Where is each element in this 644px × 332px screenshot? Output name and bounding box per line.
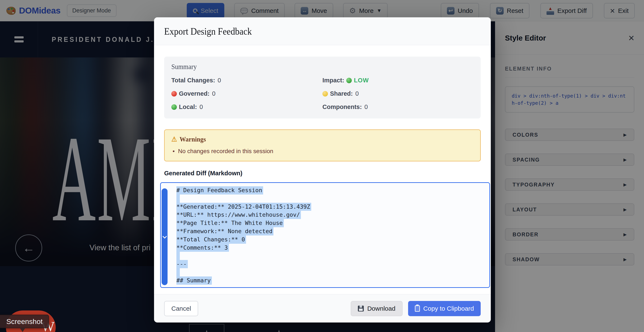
modal-footer: Cancel Download Copy to Clipboard [154,294,491,322]
diff-line: # Design Feedback Session [176,186,263,194]
modal-body: Summary Total Changes: 0 Impact: LOW Gov… [154,45,491,294]
summary-grid: Total Changes: 0 Impact: LOW Governed: 0 [171,77,474,110]
warning-item: • No changes recorded in this session [171,148,474,155]
diff-line: **Comments:** 3 [176,244,229,252]
diff-line [176,252,180,260]
stat-impact: Impact: LOW [322,77,474,84]
scrollbar-thumb[interactable] [162,188,168,285]
diff-line: ## Summary [176,276,212,285]
clipboard-icon [415,305,420,312]
download-label: Download [367,305,395,312]
stat-value: 0 [355,90,359,97]
green-circle-icon [171,104,177,110]
stat-label: Local: [179,104,197,110]
stat-label: Governed: [179,90,210,97]
download-button[interactable]: Download [351,301,402,316]
diff-line [176,268,180,276]
cancel-label: Cancel [171,305,191,312]
diff-label: Generated Diff (Markdown) [164,170,481,177]
diff-line: --- [176,260,188,268]
summary-card: Summary Total Changes: 0 Impact: LOW Gov… [164,57,481,119]
bullet-icon: • [172,148,175,155]
warnings-list: • No changes recorded in this session [171,148,474,155]
copy-to-clipboard-button[interactable]: Copy to Clipboard [408,301,481,316]
warnings-title-row: ⚠ Warnings [171,135,474,143]
impact-value: LOW [354,77,369,84]
diff-content: # Design Feedback Session**Generated:** … [176,186,489,285]
copy-label: Copy to Clipboard [423,305,474,312]
diff-line [176,194,180,203]
diff-line: **Generated:** 2025-12-04T01:15:13.439Z [176,203,311,211]
diff-textarea[interactable]: # Design Feedback Session**Generated:** … [160,182,490,288]
summary-title: Summary [171,63,474,71]
cancel-button[interactable]: Cancel [164,301,198,316]
yellow-circle-icon [322,91,328,97]
warning-triangle-icon: ⚠ [171,135,177,143]
stat-value: 0 [212,90,216,97]
diff-line: **URL:** https://www.whitehouse.gov/ [176,211,301,219]
stat-value: 0 [364,104,368,110]
warning-text: No changes recorded in this session [178,148,273,155]
diff-line: **Framework:** None detected [176,227,274,235]
stat-governed: Governed: 0 [171,90,322,97]
stat-label: Components: [322,104,362,110]
green-circle-icon [346,78,352,83]
export-feedback-modal: Export Design Feedback Summary Total Cha… [154,17,491,322]
stat-label: Impact: [322,77,344,84]
modal-header: Export Design Feedback [154,17,491,45]
red-circle-icon [171,91,177,97]
stat-total-changes: Total Changes: 0 [171,77,322,84]
stat-value: 0 [200,104,203,110]
stat-components: Components: 0 [322,104,474,110]
screen: DOMideas Designer Mode Select Comment ↔ … [0,0,644,332]
warnings-title: Warnings [180,135,206,143]
screenshot-tooltip-text: Screenshot [6,317,42,326]
warnings-card: ⚠ Warnings • No changes recorded in this… [164,129,481,161]
stat-value: 0 [218,77,221,84]
diff-line: **Page Title:** The White House [176,219,284,227]
stat-label: Total Changes: [171,77,215,84]
stat-local: Local: 0 [171,104,322,110]
stat-label: Shared: [330,90,353,97]
stat-shared: Shared: 0 [322,90,474,97]
diff-line: **Total Changes:** 0 [176,235,246,244]
floppy-disk-icon [358,305,364,311]
modal-title: Export Design Feedback [164,26,252,37]
screenshot-tooltip: Screenshot [0,315,49,328]
